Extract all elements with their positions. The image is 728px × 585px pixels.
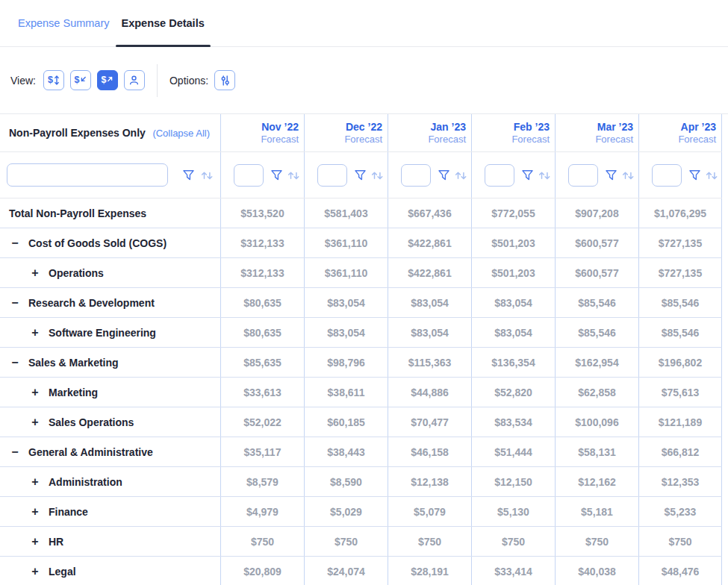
value-cell[interactable]: $80,635: [220, 288, 304, 317]
value-cell[interactable]: $83,534: [471, 407, 555, 437]
value-cell[interactable]: $907,208: [555, 198, 638, 228]
value-cell[interactable]: $85,546: [638, 318, 722, 347]
minus-icon[interactable]: −: [9, 297, 21, 309]
value-cell[interactable]: $136,354: [471, 348, 555, 377]
value-cell[interactable]: $361,110: [304, 258, 388, 287]
value-cell[interactable]: $58,131: [555, 437, 638, 466]
value-cell[interactable]: $4,979: [220, 497, 304, 526]
value-cell[interactable]: $5,233: [638, 497, 722, 526]
value-cell[interactable]: $5,130: [471, 497, 555, 526]
value-cell[interactable]: $5,079: [388, 497, 471, 526]
value-cell[interactable]: $750: [638, 527, 722, 556]
value-cell[interactable]: $750: [220, 527, 304, 556]
tab-expense-summary[interactable]: Expense Summary: [12, 0, 116, 46]
value-cell[interactable]: $5,029: [304, 497, 388, 526]
value-cell[interactable]: $8,590: [304, 467, 388, 496]
value-cell[interactable]: $12,162: [555, 467, 638, 496]
value-cell[interactable]: $727,135: [638, 258, 722, 287]
value-cell[interactable]: $422,861: [388, 228, 471, 257]
value-cell[interactable]: $600,577: [555, 258, 638, 287]
value-cell[interactable]: $162,954: [555, 348, 638, 377]
value-cell[interactable]: $66,812: [638, 437, 722, 466]
minus-icon[interactable]: −: [9, 357, 21, 369]
tab-expense-details[interactable]: Expense Details: [116, 0, 211, 46]
value-cell[interactable]: $196,802: [638, 348, 722, 377]
value-cell[interactable]: $422,861: [388, 258, 471, 287]
plus-icon[interactable]: +: [29, 536, 41, 548]
value-cell[interactable]: $85,546: [555, 288, 638, 317]
value-cell[interactable]: $33,414: [471, 557, 555, 585]
value-cell[interactable]: $83,054: [304, 288, 388, 317]
plus-icon[interactable]: +: [29, 267, 41, 279]
value-cell[interactable]: $12,138: [388, 467, 471, 496]
value-cell[interactable]: $28,191: [388, 557, 471, 585]
sort-arrows-icon[interactable]: [287, 169, 301, 181]
minus-icon[interactable]: −: [9, 446, 21, 458]
value-cell[interactable]: $727,135: [638, 228, 722, 257]
value-cell[interactable]: $83,054: [304, 318, 388, 347]
value-cell[interactable]: $12,353: [638, 467, 722, 496]
column-filter-input[interactable]: [401, 164, 431, 187]
options-settings-button[interactable]: [214, 70, 235, 90]
sort-arrows-icon[interactable]: [621, 169, 635, 181]
sort-arrows-icon[interactable]: [705, 169, 719, 181]
value-cell[interactable]: $60,185: [304, 407, 388, 437]
column-filter-input[interactable]: [234, 164, 264, 187]
value-cell[interactable]: $772,055: [471, 198, 555, 228]
value-cell[interactable]: $38,611: [304, 378, 388, 407]
value-cell[interactable]: $70,477: [388, 407, 471, 437]
value-cell[interactable]: $35,117: [220, 437, 304, 466]
value-cell[interactable]: $52,820: [471, 378, 555, 407]
value-cell[interactable]: $85,546: [638, 288, 722, 317]
value-cell[interactable]: $750: [471, 527, 555, 556]
value-cell[interactable]: $83,054: [388, 288, 471, 317]
plus-icon[interactable]: +: [29, 476, 41, 488]
value-cell[interactable]: $501,203: [471, 258, 555, 287]
value-cell[interactable]: $600,577: [555, 228, 638, 257]
value-cell[interactable]: $48,476: [638, 557, 722, 585]
collapse-all-link[interactable]: (Collapse All): [152, 128, 210, 139]
value-cell[interactable]: $100,096: [555, 407, 638, 437]
plus-icon[interactable]: +: [29, 387, 41, 398]
filter-funnel-icon[interactable]: [354, 169, 367, 181]
value-cell[interactable]: $667,436: [388, 198, 471, 228]
dollar-expand-view-button[interactable]: $: [97, 70, 118, 90]
plus-icon[interactable]: +: [29, 416, 41, 428]
value-cell[interactable]: $24,074: [304, 557, 388, 585]
filter-funnel-icon[interactable]: [182, 169, 195, 181]
sort-arrows-icon[interactable]: [370, 169, 385, 181]
value-cell[interactable]: $38,443: [304, 437, 388, 466]
value-cell[interactable]: $750: [304, 527, 388, 556]
plus-icon[interactable]: +: [29, 506, 41, 518]
filter-funnel-icon[interactable]: [521, 169, 534, 181]
value-cell[interactable]: $5,181: [555, 497, 638, 526]
minus-icon[interactable]: −: [9, 237, 21, 249]
sort-arrows-icon[interactable]: [538, 169, 552, 181]
value-cell[interactable]: $52,022: [220, 407, 304, 437]
plus-icon[interactable]: +: [29, 566, 41, 578]
value-cell[interactable]: $80,635: [220, 318, 304, 347]
people-view-button[interactable]: [124, 70, 145, 90]
filter-funnel-icon[interactable]: [270, 169, 283, 181]
value-cell[interactable]: $83,054: [471, 318, 555, 347]
column-filter-input[interactable]: [652, 164, 682, 187]
value-cell[interactable]: $62,858: [555, 378, 638, 407]
column-filter-input[interactable]: [568, 164, 598, 187]
column-filter-input[interactable]: [317, 164, 347, 187]
value-cell[interactable]: $750: [388, 527, 471, 556]
dollar-collapse-view-button[interactable]: $: [70, 70, 91, 90]
plus-icon[interactable]: +: [29, 327, 41, 339]
value-cell[interactable]: $581,403: [304, 198, 388, 228]
filter-funnel-icon[interactable]: [605, 169, 617, 181]
value-cell[interactable]: $8,579: [220, 467, 304, 496]
value-cell[interactable]: $83,054: [471, 288, 555, 317]
dollar-updown-view-button[interactable]: $: [43, 70, 64, 90]
value-cell[interactable]: $115,363: [388, 348, 471, 377]
value-cell[interactable]: $40,038: [555, 557, 638, 585]
value-cell[interactable]: $83,054: [388, 318, 471, 347]
value-cell[interactable]: $12,150: [471, 467, 555, 496]
value-cell[interactable]: $46,158: [388, 437, 471, 466]
value-cell[interactable]: $51,444: [471, 437, 555, 466]
value-cell[interactable]: $361,110: [304, 228, 388, 257]
value-cell[interactable]: $312,133: [220, 258, 304, 287]
